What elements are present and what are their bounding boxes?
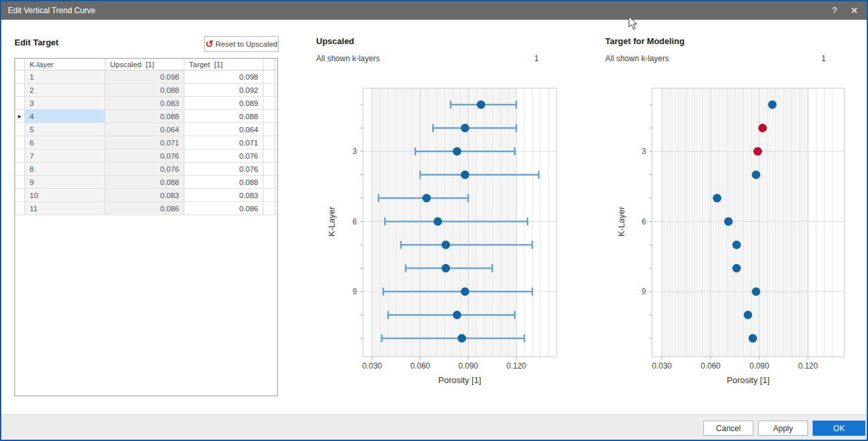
data-point [441, 264, 450, 272]
data-point-edited[interactable] [753, 147, 762, 156]
column-header-upscaled: Upscaled [1] [105, 59, 184, 70]
cell-filler [263, 136, 275, 149]
x-axis-title: Porosity [1] [726, 375, 769, 385]
data-point[interactable] [768, 101, 776, 109]
cell-target[interactable]: 0.064 [184, 123, 263, 136]
table-row[interactable]: 80.0760.076 [15, 163, 277, 176]
y-tick-label: 3 [352, 147, 357, 156]
cancel-button[interactable]: Cancel [703, 421, 753, 436]
column-header-4 [263, 59, 275, 70]
target-for-modeling-chart[interactable]: 3690.0300.0600.0900.120Porosity [1]K-Lay… [614, 84, 868, 390]
x-axis-title: Porosity [1] [438, 375, 481, 385]
cell-filler [263, 149, 275, 162]
cell-target[interactable]: 0.083 [184, 189, 263, 201]
table-row[interactable]: 50.0640.064 [15, 123, 277, 136]
title-bar[interactable]: Edit Vertical Trend Curve ? ✕ [1, 1, 867, 20]
cell-target[interactable]: 0.076 [184, 163, 263, 175]
upscaled-chart: 3690.0300.0600.0900.120Porosity [1]K-Lay… [324, 84, 569, 390]
upscaled-shown-klayers-value: 1 [316, 54, 539, 63]
reset-to-upscaled-button[interactable]: ↺ Reset to Upscaled [204, 36, 279, 52]
column-header-0 [15, 59, 25, 70]
data-point [433, 217, 442, 226]
cell-target[interactable]: 0.076 [184, 149, 263, 162]
row-marker[interactable] [15, 176, 25, 188]
row-marker[interactable] [15, 163, 25, 175]
data-point[interactable] [713, 194, 721, 203]
cell-target[interactable]: 0.089 [184, 97, 263, 109]
data-point [461, 288, 470, 296]
row-marker[interactable] [15, 70, 25, 83]
data-point[interactable] [724, 217, 733, 226]
data-point[interactable] [749, 334, 757, 343]
cell-upscaled: 0.076 [105, 149, 184, 162]
cell-upscaled: 0.088 [105, 176, 184, 188]
row-marker[interactable] [15, 97, 25, 109]
row-marker[interactable] [15, 136, 25, 149]
cell-target[interactable]: 0.092 [184, 84, 263, 96]
x-tick-label: 0.090 [458, 361, 478, 371]
table-row[interactable]: 30.0830.089 [15, 97, 277, 110]
cell-k-layer: 9 [25, 176, 105, 188]
row-marker[interactable] [15, 149, 25, 162]
table-row[interactable]: 70.0760.076 [15, 149, 277, 163]
row-marker[interactable] [15, 123, 25, 136]
cell-filler [263, 163, 275, 175]
data-point [477, 101, 485, 109]
cell-upscaled: 0.071 [105, 136, 184, 149]
reset-button-label: Reset to Upscaled [215, 40, 277, 48]
table-row[interactable]: 10.0980.098 [15, 70, 277, 84]
table-row[interactable]: 110.0860.086 [15, 202, 277, 215]
cell-target[interactable]: 0.098 [184, 70, 263, 83]
cell-upscaled: 0.083 [105, 189, 184, 201]
ok-button[interactable]: OK [813, 421, 865, 436]
data-point [458, 334, 466, 343]
cell-target[interactable]: 0.088 [184, 176, 263, 188]
footer-bar: Cancel Apply OK [1, 414, 867, 440]
cell-k-layer: 11 [25, 202, 105, 215]
data-point [441, 241, 450, 249]
row-marker[interactable] [15, 189, 25, 201]
data-point[interactable] [752, 288, 761, 296]
data-point[interactable] [752, 170, 761, 179]
table-row[interactable]: 90.0880.088 [15, 176, 277, 189]
row-marker[interactable]: ▶ [15, 110, 25, 122]
target-shown-klayers-value: 1 [605, 54, 826, 63]
table-row[interactable]: 100.0830.083 [15, 189, 277, 202]
close-icon[interactable]: ✕ [844, 1, 864, 20]
table-row[interactable]: ▶40.0880.088 [15, 110, 277, 123]
cell-target[interactable]: 0.088 [184, 110, 263, 122]
data-point[interactable] [744, 311, 752, 319]
row-marker[interactable] [15, 202, 25, 215]
y-tick-label: 6 [641, 217, 646, 226]
cell-upscaled: 0.076 [105, 163, 184, 175]
cell-upscaled: 0.088 [105, 84, 184, 96]
upscaled-chart-title: Upscaled [316, 36, 354, 46]
data-point [461, 124, 470, 132]
apply-button[interactable]: Apply [758, 421, 808, 436]
table-row[interactable]: 60.0710.071 [15, 136, 277, 149]
table-row[interactable]: 20.0880.092 [15, 84, 277, 97]
cell-upscaled: 0.064 [105, 123, 184, 136]
data-point [461, 170, 470, 179]
cell-filler [263, 176, 275, 188]
cell-k-layer: 3 [25, 97, 105, 109]
cell-upscaled: 0.086 [105, 202, 184, 215]
x-tick-label: 0.120 [798, 361, 818, 371]
table-header-row: K-layerUpscaled [1]Target [1] [15, 59, 277, 70]
data-point [422, 194, 431, 203]
row-marker[interactable] [15, 84, 25, 96]
k-layer-table[interactable]: K-layerUpscaled [1]Target [1] 10.0980.09… [14, 58, 278, 396]
cell-k-layer: 10 [25, 189, 105, 201]
data-point-edited[interactable] [758, 124, 767, 132]
cell-k-layer: 4 [25, 110, 105, 122]
cell-filler [263, 123, 275, 136]
cell-k-layer: 2 [25, 84, 105, 96]
cell-filler [263, 202, 275, 215]
data-point[interactable] [732, 241, 741, 249]
cell-k-layer: 6 [25, 136, 105, 149]
help-icon[interactable]: ? [825, 1, 844, 20]
cell-target[interactable]: 0.086 [184, 202, 263, 215]
cell-target[interactable]: 0.071 [184, 136, 263, 149]
data-point[interactable] [732, 264, 741, 272]
column-header-target: Target [1] [184, 59, 263, 70]
